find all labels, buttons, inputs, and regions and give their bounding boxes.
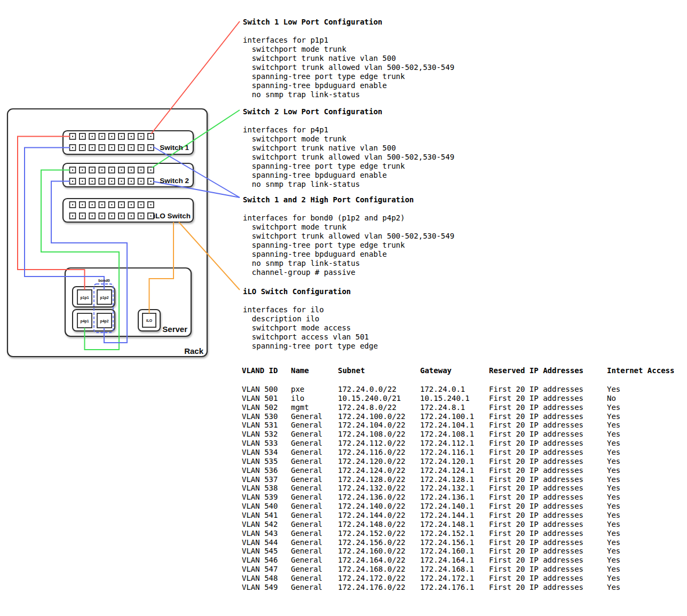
vlan-table-body: VLAN 500pxe172.24.0.0/22172.24.0.1First … — [242, 385, 674, 592]
vlan-table-header: VLAND ID Name Subnet Gateway Reserved IP… — [242, 366, 674, 375]
config-lines: interfaces for p4p1 switchport mode trun… — [243, 125, 454, 189]
table-cell: 172.24.136.1 — [420, 493, 489, 502]
table-cell: 172.24.100.0/22 — [338, 412, 420, 421]
switch-port-dot — [92, 204, 93, 206]
table-cell: First 20 IP addresses — [489, 403, 607, 412]
table-cell: General — [291, 529, 338, 538]
switch-port-dot — [101, 147, 102, 148]
network-doc-canvas: Switch 1 Switch 2 iLO Switch Server Rack… — [0, 0, 687, 616]
bond0-label: bond0 — [98, 278, 110, 283]
table-cell: VLAN 549 — [242, 583, 291, 592]
table-cell: General — [291, 493, 338, 502]
table-row: VLAN 546General172.24.164.0/22172.24.164… — [242, 556, 674, 565]
table-cell: 172.24.172.1 — [420, 574, 489, 583]
table-cell: General — [291, 430, 338, 439]
switch-port-dot — [140, 204, 141, 206]
table-cell: 10.15.240.0/21 — [338, 394, 420, 403]
table-cell: Yes — [607, 520, 674, 529]
switch-port-dot — [111, 216, 112, 217]
table-cell: Yes — [607, 538, 674, 547]
table-row: VLAN 545General172.24.160.0/22172.24.160… — [242, 547, 674, 556]
table-cell: 172.24.144.1 — [420, 511, 489, 520]
table-row: VLAN 536General172.24.124.0/22172.24.124… — [242, 466, 674, 475]
table-cell: VLAN 543 — [242, 529, 291, 538]
table-cell: 172.24.100.1 — [420, 412, 489, 421]
table-cell: VLAN 540 — [242, 502, 291, 511]
table-cell: 172.24.132.1 — [420, 484, 489, 493]
table-row: VLAN 544General172.24.156.0/22172.24.156… — [242, 538, 674, 547]
switch-port-dot — [150, 170, 151, 171]
switch-port-dot — [72, 170, 73, 171]
ilo-switch-label: iLO Switch — [153, 212, 191, 220]
switch-port-dot — [131, 204, 132, 206]
table-row: VLAN 543General172.24.152.0/22172.24.152… — [242, 529, 674, 538]
table-cell: VLAN 546 — [242, 556, 291, 565]
table-cell: General — [291, 583, 338, 592]
table-row: VLAN 530General172.24.100.0/22172.24.100… — [242, 412, 674, 421]
config-title: Switch 1 and 2 High Port Configuration — [243, 195, 454, 204]
port-p1p1-label: p1p1 — [81, 296, 89, 300]
column-header: Subnet — [338, 366, 420, 375]
port-ilo-label: iLO — [146, 319, 152, 322]
table-cell: 172.24.144.0/22 — [338, 511, 420, 520]
table-cell: VLAN 535 — [242, 457, 291, 466]
table-cell: First 20 IP addresses — [489, 421, 607, 430]
table-cell: 172.24.132.0/22 — [338, 484, 420, 493]
table-cell: General — [291, 520, 338, 529]
table-row: VLAN 547General172.24.168.0/22172.24.168… — [242, 565, 674, 574]
table-cell: First 20 IP addresses — [489, 385, 607, 394]
table-cell: VLAN 536 — [242, 466, 291, 475]
table-cell: First 20 IP addresses — [489, 430, 607, 439]
table-cell: VLAN 548 — [242, 574, 291, 583]
table-cell: First 20 IP addresses — [489, 565, 607, 574]
table-cell: First 20 IP addresses — [489, 439, 607, 448]
table-cell: VLAN 502 — [242, 403, 291, 412]
table-cell: Yes — [607, 556, 674, 565]
table-cell: Yes — [607, 547, 674, 556]
table-cell: Yes — [607, 565, 674, 574]
switch-port-dot — [150, 136, 151, 137]
table-row: VLAN 535General172.24.120.0/22172.24.120… — [242, 457, 674, 466]
table-cell: 172.24.160.0/22 — [338, 547, 420, 556]
column-header: Internet Access — [607, 366, 674, 375]
switch-port-dot — [111, 181, 112, 182]
column-header: Reserved IP Addresses — [489, 366, 607, 375]
config-lines: interfaces for ilo description ilo switc… — [243, 305, 378, 351]
switch-port-dot — [121, 216, 122, 217]
table-cell: 172.24.168.0/22 — [338, 565, 420, 574]
switch-port-dot — [72, 204, 73, 206]
switch-port-dot — [72, 147, 73, 148]
table-row: VLAN 502mgmt172.24.8.0/22172.24.8.1First… — [242, 403, 674, 412]
column-header: VLAND ID — [242, 366, 291, 375]
table-cell: VLAN 534 — [242, 448, 291, 457]
table-cell: General — [291, 412, 338, 421]
switch-port-dot — [131, 216, 132, 217]
table-row: VLAN 539General172.24.136.0/22172.24.136… — [242, 493, 674, 502]
switch-port-dot — [150, 147, 151, 148]
table-cell: 172.24.104.1 — [420, 421, 489, 430]
port-p4p1-label: p4p1 — [81, 319, 89, 323]
table-cell: 172.24.0.0/22 — [338, 385, 420, 394]
vlan-table: VLAND ID Name Subnet Gateway Reserved IP… — [242, 366, 674, 592]
table-cell: 172.24.156.0/22 — [338, 538, 420, 547]
table-cell: No — [607, 394, 674, 403]
config-block-high-port: Switch 1 and 2 High Port Configuration i… — [243, 195, 454, 277]
table-cell: General — [291, 466, 338, 475]
table-cell: Yes — [607, 484, 674, 493]
switch-port-dot — [150, 181, 151, 182]
table-cell: 172.24.112.0/22 — [338, 439, 420, 448]
table-row: VLAN 540General172.24.140.0/22172.24.140… — [242, 502, 674, 511]
table-cell: First 20 IP addresses — [489, 457, 607, 466]
table-cell: 172.24.8.0/22 — [338, 403, 420, 412]
table-cell: 172.24.164.0/22 — [338, 556, 420, 565]
table-cell: First 20 IP addresses — [489, 475, 607, 484]
switch-port-dot — [121, 181, 122, 182]
table-cell: 172.24.120.0/22 — [338, 457, 420, 466]
table-cell: First 20 IP addresses — [489, 520, 607, 529]
table-cell: General — [291, 457, 338, 466]
table-cell: ilo — [291, 394, 338, 403]
switch-port-dot — [92, 170, 93, 171]
config-title: Switch 2 Low Port Configuration — [243, 107, 454, 116]
switch2-label: Switch 2 — [160, 177, 189, 185]
table-cell: First 20 IP addresses — [489, 484, 607, 493]
